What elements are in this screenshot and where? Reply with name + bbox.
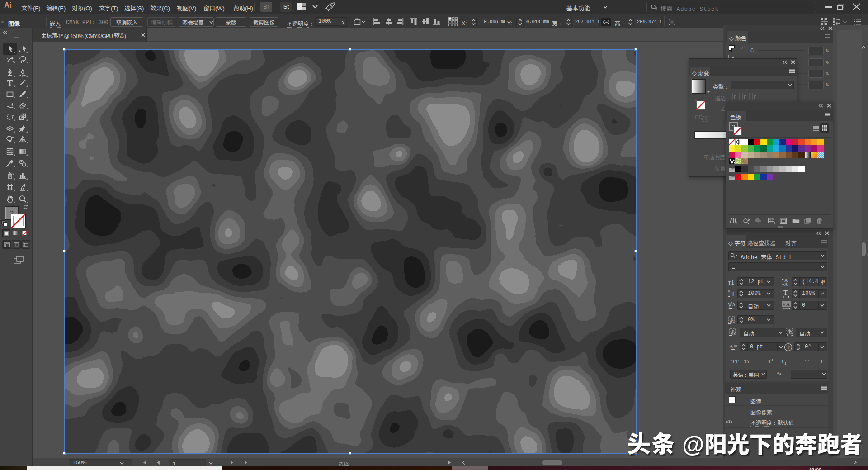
svg-text:V: V [783,301,786,307]
svg-text:あ: あ [788,328,793,334]
svg-text:あ: あ [730,316,735,323]
svg-text:あ: あ [731,328,736,335]
svg-text:T: T [731,290,735,298]
svg-text:T: T [731,278,735,285]
svg-text:A: A [729,343,733,350]
svg-text:A: A [784,282,788,286]
svg-text:A: A [732,302,736,307]
svg-text:T: T [783,290,788,296]
svg-text:A: A [786,301,790,307]
svg-text:T: T [787,344,790,351]
